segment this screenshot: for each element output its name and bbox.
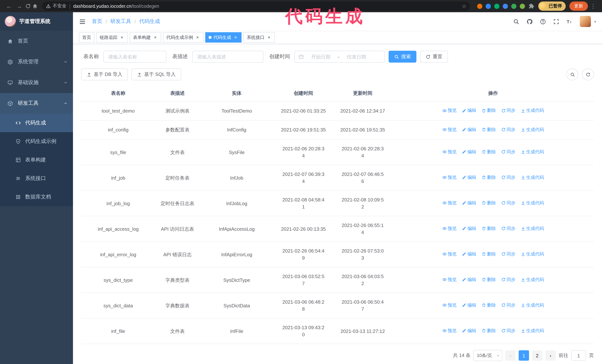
extension-blue-icon[interactable]	[486, 3, 491, 9]
sync-link[interactable]: 同步	[501, 126, 516, 133]
extension-green-check-icon[interactable]	[494, 3, 499, 9]
generate-code-link[interactable]: 生成代码	[521, 251, 544, 258]
sync-link[interactable]: 同步	[501, 302, 516, 309]
bookmark-star-icon[interactable]: ☆	[462, 3, 466, 9]
sync-link[interactable]: 同步	[501, 276, 516, 283]
import-sql-button[interactable]: 基于 SQL 导入	[132, 69, 181, 80]
tab-5[interactable]: 系统接口×	[243, 32, 275, 42]
extension-leaf-icon[interactable]	[520, 3, 525, 9]
refresh-table-button[interactable]	[582, 69, 594, 80]
preview-link[interactable]: 预览	[442, 107, 457, 114]
sidebar-item-home[interactable]: 首页	[0, 31, 73, 52]
forward-button[interactable]: →	[15, 2, 24, 10]
sidebar-item-form-builder[interactable]: 表单构建	[0, 151, 73, 169]
sync-link[interactable]: 同步	[501, 174, 516, 181]
help-icon[interactable]	[540, 18, 546, 25]
sync-link[interactable]: 同步	[501, 148, 516, 156]
extension-teal-icon[interactable]	[511, 3, 516, 9]
page-button-1[interactable]: 1	[519, 350, 529, 361]
edit-link[interactable]: 编辑	[462, 251, 476, 258]
edit-link[interactable]: 编辑	[462, 200, 476, 207]
generate-code-link[interactable]: 生成代码	[521, 276, 544, 283]
search-button[interactable]: 搜索	[389, 51, 416, 62]
generate-code-link[interactable]: 生成代码	[521, 148, 544, 156]
browser-home-button[interactable]	[32, 3, 38, 9]
page-size-select[interactable]: 10条/页 ▾	[474, 350, 502, 361]
edit-link[interactable]: 编辑	[462, 276, 476, 283]
edit-link[interactable]: 编辑	[462, 148, 476, 156]
end-date-input[interactable]	[341, 53, 372, 60]
preview-link[interactable]: 预览	[442, 302, 457, 309]
sidebar-item-db-doc[interactable]: 数据库文档	[0, 188, 73, 206]
preview-link[interactable]: 预览	[442, 174, 457, 181]
preview-link[interactable]: 预览	[442, 126, 457, 133]
preview-link[interactable]: 预览	[442, 225, 457, 232]
edit-link[interactable]: 编辑	[462, 126, 476, 133]
sync-link[interactable]: 同步	[501, 107, 516, 114]
sync-link[interactable]: 同步	[501, 225, 516, 232]
tab-4[interactable]: 代码生成×	[205, 32, 242, 42]
logo[interactable]: 芋道管理系统	[0, 12, 73, 31]
tab-close-icon[interactable]: ×	[153, 35, 158, 40]
tab-close-icon[interactable]: ×	[195, 35, 200, 40]
user-avatar[interactable]	[580, 16, 591, 27]
tab-close-icon[interactable]: ×	[119, 35, 124, 40]
sidebar-item-system-api[interactable]: 系统接口	[0, 169, 73, 188]
sidebar-toggle[interactable]	[79, 18, 86, 25]
edit-link[interactable]: 编辑	[462, 174, 476, 181]
profile-chip[interactable]: 已暂停	[538, 1, 566, 11]
date-range-picker[interactable]: -	[294, 51, 385, 62]
generate-code-link[interactable]: 生成代码	[521, 200, 544, 207]
import-db-button[interactable]: 基于 DB 导入	[81, 69, 128, 80]
sync-link[interactable]: 同步	[501, 327, 516, 334]
sync-link[interactable]: 同步	[501, 251, 516, 258]
tab-3[interactable]: 代码生成示例×	[163, 32, 203, 42]
tab-1[interactable]: 链路追踪×	[96, 32, 128, 42]
update-button[interactable]: 更新	[570, 1, 588, 11]
fullscreen-icon[interactable]	[553, 18, 559, 25]
preview-link[interactable]: 预览	[442, 148, 457, 156]
preview-link[interactable]: 预览	[442, 327, 457, 334]
preview-link[interactable]: 预览	[442, 251, 457, 258]
back-button[interactable]: ←	[4, 2, 13, 10]
next-page-button[interactable]: ›	[545, 350, 556, 361]
generate-code-link[interactable]: 生成代码	[521, 126, 544, 133]
tab-0[interactable]: 首页	[79, 32, 95, 42]
delete-link[interactable]: 删除	[481, 276, 496, 283]
delete-link[interactable]: 删除	[481, 126, 496, 133]
generate-code-link[interactable]: 生成代码	[521, 302, 544, 309]
delete-link[interactable]: 删除	[481, 107, 496, 114]
toggle-search-button[interactable]	[566, 69, 578, 80]
kebab-menu-icon[interactable]: ⋮	[589, 2, 598, 10]
edit-link[interactable]: 编辑	[462, 327, 476, 334]
delete-link[interactable]: 删除	[481, 148, 496, 156]
tab-2[interactable]: 表单构建×	[130, 32, 161, 42]
sidebar-item-infra[interactable]: 基础设施	[0, 72, 73, 93]
delete-link[interactable]: 删除	[481, 200, 496, 207]
sidebar-item-devtools[interactable]: 研发工具	[0, 93, 73, 114]
delete-link[interactable]: 删除	[481, 251, 496, 258]
avatar-caret-icon[interactable]: ▾	[594, 20, 596, 23]
edit-link[interactable]: 编辑	[462, 302, 476, 309]
tab-close-icon[interactable]: ×	[266, 35, 271, 40]
address-bar[interactable]: 不安全 dashboard.yudao.iocoder.cn/tool/code…	[42, 1, 470, 11]
sidebar-item-system[interactable]: 系统管理	[0, 52, 73, 72]
delete-link[interactable]: 删除	[481, 302, 496, 309]
generate-code-link[interactable]: 生成代码	[521, 174, 544, 181]
extension-orange-icon[interactable]	[477, 3, 482, 9]
preview-link[interactable]: 预览	[442, 276, 457, 283]
breadcrumb-devtools[interactable]: 研发工具	[110, 18, 131, 25]
edit-link[interactable]: 编辑	[462, 107, 476, 114]
github-icon[interactable]	[527, 18, 533, 25]
goto-page-input[interactable]	[571, 350, 586, 361]
extensions-puzzle-icon[interactable]	[529, 3, 534, 9]
delete-link[interactable]: 删除	[481, 327, 496, 334]
generate-code-link[interactable]: 生成代码	[521, 107, 544, 114]
tab-close-icon[interactable]: ×	[233, 35, 238, 40]
generate-code-link[interactable]: 生成代码	[521, 225, 544, 232]
sidebar-item-codegen-example[interactable]: 代码生成示例	[0, 132, 73, 151]
breadcrumb-home[interactable]: 首页	[92, 18, 102, 25]
delete-link[interactable]: 删除	[481, 174, 496, 181]
search-icon[interactable]	[513, 18, 519, 25]
prev-page-button[interactable]: ‹	[505, 350, 516, 361]
